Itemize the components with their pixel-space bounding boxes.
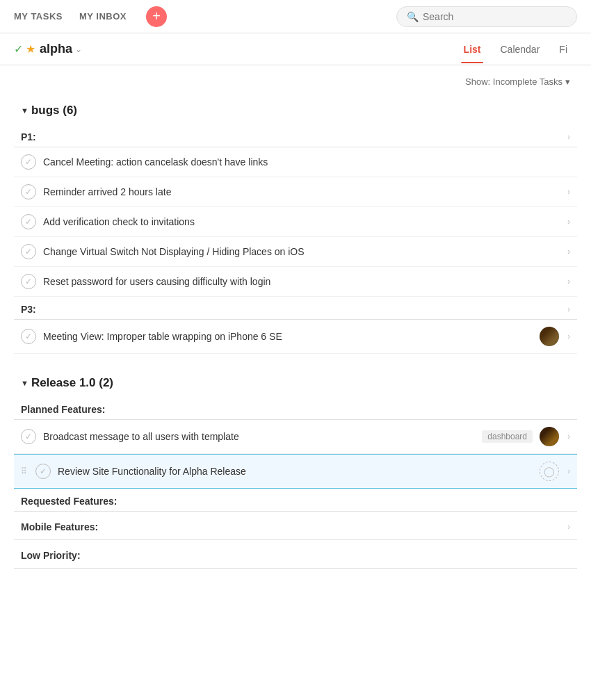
task-tag: dashboard: [482, 430, 533, 443]
task-arrow: ›: [567, 466, 570, 476]
filter-arrow: ▾: [565, 76, 570, 87]
avatar: [540, 427, 559, 446]
mobile-features-row[interactable]: Mobile Features: ›: [14, 512, 577, 540]
task-row-selected[interactable]: ⠿ ✓ Review Site Functionality for Alpha …: [14, 454, 577, 489]
task-arrow: ›: [567, 432, 570, 441]
bugs-section: ▼ bugs (6) P1: › ✓ Cancel Meeting: actio…: [0, 92, 591, 354]
task-label: Meeting View: Improper table wrapping on…: [43, 331, 533, 342]
task-checkbox[interactable]: ✓: [21, 184, 36, 200]
project-header: ✓ ★ alpha ⌄ List Calendar Fi: [0, 33, 591, 65]
search-input[interactable]: [423, 11, 567, 22]
task-checkbox[interactable]: ✓: [21, 154, 36, 170]
task-arrow: ›: [567, 332, 570, 341]
task-label: Broadcast message to all users with temp…: [43, 431, 475, 442]
release-section-title: Release 1.0 (2): [31, 376, 113, 390]
person-placeholder-icon: ◯: [544, 466, 555, 477]
task-label: Reminder arrived 2 hours late: [43, 186, 559, 197]
main-content: Show: Incomplete Tasks ▾ ▼ bugs (6) P1: …: [0, 65, 591, 569]
task-label: Change Virtual Switch Not Displaying / H…: [43, 246, 559, 257]
tab-list[interactable]: List: [454, 35, 491, 63]
task-arrow: ›: [567, 277, 570, 286]
search-icon: 🔍: [407, 11, 419, 22]
low-priority-label: Low Priority:: [21, 550, 81, 561]
bugs-toggle[interactable]: ▼: [21, 106, 29, 115]
task-arrow: ›: [567, 187, 570, 197]
task-checkbox[interactable]: ✓: [21, 429, 36, 444]
low-priority-row[interactable]: Low Priority:: [14, 540, 577, 569]
task-checkbox[interactable]: ✓: [21, 244, 36, 259]
mobile-features-label: Mobile Features:: [21, 521, 98, 532]
release-section-header: ▼ Release 1.0 (2): [14, 365, 577, 397]
project-dropdown-arrow[interactable]: ⌄: [75, 44, 82, 54]
task-checkbox[interactable]: ✓: [21, 329, 36, 344]
avatar-placeholder: ◯: [540, 462, 559, 481]
bugs-section-header: ▼ bugs (6): [14, 92, 577, 124]
planned-features-header[interactable]: Planned Features:: [14, 397, 577, 420]
my-inbox-link[interactable]: MY INBOX: [79, 11, 127, 22]
requested-features-label: Requested Features:: [21, 496, 117, 507]
task-arrow: ›: [567, 247, 570, 257]
task-checkbox[interactable]: ✓: [21, 214, 36, 229]
checkmark-icon: ✓: [14, 42, 23, 56]
drag-handle-icon[interactable]: ⠿: [21, 466, 27, 476]
task-label: Add verification check to invitations: [43, 216, 559, 227]
filter-button[interactable]: Show: Incomplete Tasks ▾: [465, 76, 570, 87]
task-label: Reset password for users causing difficu…: [43, 276, 559, 287]
view-tabs: List Calendar Fi: [454, 35, 577, 63]
task-row[interactable]: ✓ Cancel Meeting: action cancelask doesn…: [14, 147, 577, 177]
task-checkbox[interactable]: ✓: [35, 464, 51, 479]
tab-files[interactable]: Fi: [549, 35, 577, 63]
release-toggle[interactable]: ▼: [21, 379, 29, 387]
task-checkbox[interactable]: ✓: [21, 274, 36, 289]
task-arrow: ›: [567, 217, 570, 227]
p3-subsection-header[interactable]: P3: ›: [14, 297, 577, 320]
task-row[interactable]: ✓ Add verification check to invitations …: [14, 207, 577, 237]
search-bar: 🔍: [396, 6, 577, 27]
top-navigation: MY TASKS MY INBOX + 🔍: [0, 0, 591, 33]
p3-arrow: ›: [567, 304, 570, 314]
task-row[interactable]: ✓ Meeting View: Improper table wrapping …: [14, 320, 577, 354]
task-row[interactable]: ✓ Change Virtual Switch Not Displaying /…: [14, 237, 577, 267]
add-button[interactable]: +: [146, 6, 167, 27]
requested-features-header[interactable]: Requested Features:: [14, 489, 577, 512]
task-label: Cancel Meeting: action cancelask doesn't…: [43, 156, 570, 168]
p3-label: P3:: [21, 304, 36, 315]
release-section: ▼ Release 1.0 (2) Planned Features: ✓ Br…: [0, 365, 591, 569]
mobile-features-arrow: ›: [567, 522, 570, 532]
star-icon[interactable]: ★: [26, 42, 35, 56]
bugs-section-title: bugs (6): [31, 104, 77, 117]
filter-bar: Show: Incomplete Tasks ▾: [0, 65, 591, 92]
task-row[interactable]: ✓ Reset password for users causing diffi…: [14, 267, 577, 297]
filter-label: Show: Incomplete Tasks: [465, 76, 562, 87]
tab-calendar[interactable]: Calendar: [491, 35, 550, 63]
p1-label: P1:: [21, 131, 36, 143]
my-tasks-link[interactable]: MY TASKS: [14, 11, 63, 22]
p1-subsection-header[interactable]: P1: ›: [14, 124, 577, 147]
task-row[interactable]: ✓ Broadcast message to all users with te…: [14, 420, 577, 454]
project-name: alpha: [40, 42, 72, 56]
task-row[interactable]: ✓ Reminder arrived 2 hours late ›: [14, 177, 577, 207]
task-label: Review Site Functionality for Alpha Rele…: [58, 466, 533, 477]
avatar: [540, 327, 559, 346]
planned-features-label: Planned Features:: [21, 404, 105, 415]
p1-arrow: ›: [567, 132, 570, 142]
